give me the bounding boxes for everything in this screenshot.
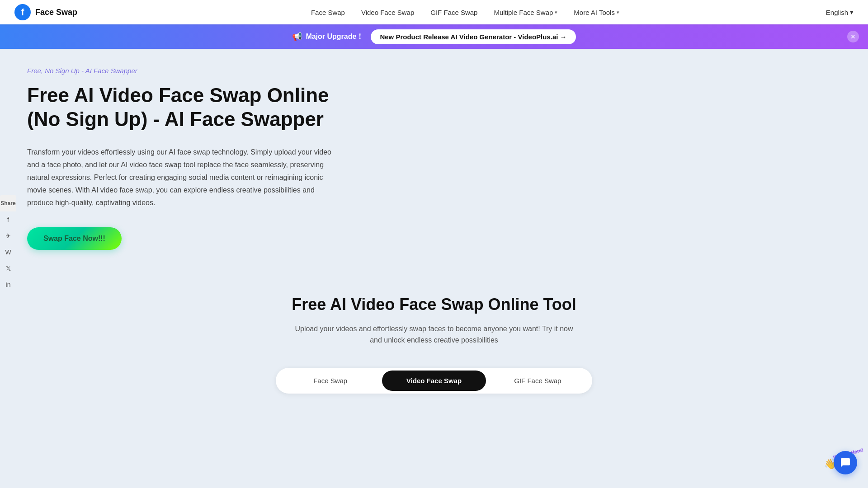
- announcement-close-button[interactable]: ✕: [847, 31, 859, 42]
- nav-link-giffaceswap[interactable]: GIF Face Swap: [430, 9, 477, 16]
- megaphone-icon: 📢: [292, 32, 302, 42]
- announcement-left: 📢 Major Upgrade！: [292, 32, 363, 42]
- chat-icon: [840, 457, 851, 468]
- nav-link-faceswap[interactable]: Face Swap: [311, 9, 345, 16]
- social-sidebar: Share f ✈ W 𝕏 in: [0, 195, 16, 293]
- logo-icon: f: [14, 4, 31, 20]
- facebook-share-button[interactable]: f: [0, 211, 16, 228]
- nav-logo[interactable]: f Face Swap: [14, 4, 77, 20]
- chevron-down-icon-2: ▾: [617, 9, 619, 15]
- tool-section-title: Free AI Video Face Swap Online Tool: [18, 295, 850, 314]
- nav-link-videofaceswap[interactable]: Video Face Swap: [361, 9, 414, 16]
- nav-link-moreaitools[interactable]: More AI Tools ▾: [574, 9, 619, 16]
- language-selector[interactable]: English ▾: [826, 8, 854, 16]
- tab-gif-face-swap[interactable]: GIF Face Swap: [486, 371, 590, 391]
- linkedin-share-button[interactable]: in: [0, 277, 16, 293]
- announcement-cta-button[interactable]: New Product Release AI Video Generator -…: [371, 29, 576, 44]
- tool-section: Free AI Video Face Swap Online Tool Uplo…: [0, 268, 868, 412]
- hero-description: Transform your videos effortlessly using…: [27, 146, 335, 209]
- twitter-share-button[interactable]: 𝕏: [0, 260, 16, 277]
- tab-video-face-swap[interactable]: Video Face Swap: [382, 371, 486, 391]
- nav-link-multiplefaceswap[interactable]: Multiple Face Swap ▾: [494, 9, 557, 16]
- main-content: Free, No Sign Up - AI Face Swapper Free …: [0, 49, 868, 268]
- tabs-container: Face Swap Video Face Swap GIF Face Swap: [276, 368, 592, 394]
- swap-face-cta-button[interactable]: Swap Face Now!!!: [27, 227, 122, 250]
- breadcrumb: Free, No Sign Up - AI Face Swapper: [27, 67, 832, 75]
- tool-section-subtitle: Upload your videos and effortlessly swap…: [289, 323, 579, 346]
- navbar: f Face Swap Face Swap Video Face Swap GI…: [0, 0, 868, 24]
- announcement-banner: 📢 Major Upgrade！ New Product Release AI …: [0, 24, 868, 49]
- telegram-share-button[interactable]: ✈: [0, 228, 16, 244]
- chevron-down-icon: ▾: [555, 9, 557, 15]
- whatsapp-share-button[interactable]: W: [0, 244, 16, 260]
- hero-title: Free AI Video Face Swap Online (No Sign …: [27, 84, 335, 131]
- share-button[interactable]: Share: [0, 195, 16, 211]
- announcement-text: Major Upgrade！: [306, 32, 363, 42]
- tab-face-swap[interactable]: Face Swap: [278, 371, 382, 391]
- chat-widget-button[interactable]: [834, 451, 857, 474]
- nav-links: Face Swap Video Face Swap GIF Face Swap …: [104, 9, 826, 16]
- brand-name: Face Swap: [35, 8, 77, 17]
